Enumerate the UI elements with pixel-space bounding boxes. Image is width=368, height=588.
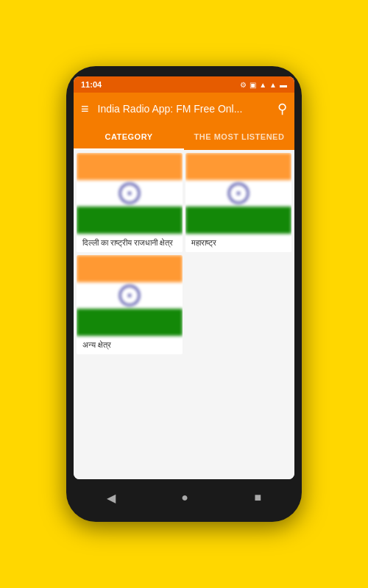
flag-white: [185, 180, 291, 207]
status-time: 11:04: [81, 80, 102, 89]
search-icon[interactable]: ⚲: [277, 101, 287, 117]
app-title: India Radio App: FM Free Onl...: [98, 103, 277, 115]
empty-cell: [185, 255, 291, 354]
app-bar: ≡ India Radio App: FM Free Onl... ⚲: [74, 93, 294, 125]
flag-saffron: [77, 153, 183, 180]
flag-white: [77, 282, 183, 309]
list-item[interactable]: दिल्ली का राष्ट्रीय राजधानी क्षेत्र: [77, 153, 183, 252]
list-item[interactable]: महाराष्ट्र: [185, 153, 291, 252]
flag-green: [77, 207, 183, 234]
notification-icon: ▣: [250, 81, 256, 89]
grid-container: दिल्ली का राष्ट्रीय राजधानी क्षेत्र महार…: [74, 150, 294, 479]
wifi-icon: ▲: [259, 81, 266, 89]
flag-green: [185, 207, 291, 234]
recents-button[interactable]: ■: [241, 487, 275, 509]
grid-row-1: दिल्ली का राष्ट्रीय राजधानी क्षेत्र महार…: [77, 153, 291, 252]
home-button[interactable]: ●: [168, 487, 202, 509]
tab-most-listened[interactable]: THE MOST LISTENED: [184, 125, 294, 150]
status-icons: ⚙ ▣ ▲ ▲ ▬: [240, 81, 287, 89]
india-flag-maharashtra: [185, 153, 291, 234]
item-label-delhi: दिल्ली का राष्ट्रीय राजधानी क्षेत्र: [77, 234, 183, 252]
tab-category[interactable]: CATEGORY: [74, 125, 184, 150]
tabs: CATEGORY THE MOST LISTENED: [74, 125, 294, 150]
bottom-nav: ◀ ● ■: [74, 484, 294, 512]
india-flag-delhi: [77, 153, 183, 234]
ashoka-chakra: [228, 183, 249, 204]
ashoka-chakra: [119, 183, 140, 204]
phone-screen: 11:04 ⚙ ▣ ▲ ▲ ▬ ≡ India Radio App: FM Fr…: [74, 76, 294, 479]
flag-saffron: [77, 255, 183, 282]
flag-saffron: [185, 153, 291, 180]
item-label-other: अन्य क्षेत्र: [77, 336, 183, 354]
ashoka-chakra: [119, 285, 140, 306]
phone-device: 11:04 ⚙ ▣ ▲ ▲ ▬ ≡ India Radio App: FM Fr…: [66, 66, 302, 522]
settings-icon: ⚙: [240, 81, 247, 89]
flag-white: [77, 180, 183, 207]
battery-icon: ▬: [280, 81, 287, 89]
india-flag-other: [77, 255, 183, 336]
flag-green: [77, 309, 183, 336]
list-item[interactable]: अन्य क्षेत्र: [77, 255, 183, 354]
menu-icon[interactable]: ≡: [81, 101, 89, 117]
grid-row-2: अन्य क्षेत्र: [77, 255, 291, 354]
item-label-maharashtra: महाराष्ट्र: [185, 234, 291, 252]
back-button[interactable]: ◀: [93, 487, 129, 509]
signal-icon: ▲: [269, 81, 277, 89]
status-bar: 11:04 ⚙ ▣ ▲ ▲ ▬: [74, 76, 294, 93]
